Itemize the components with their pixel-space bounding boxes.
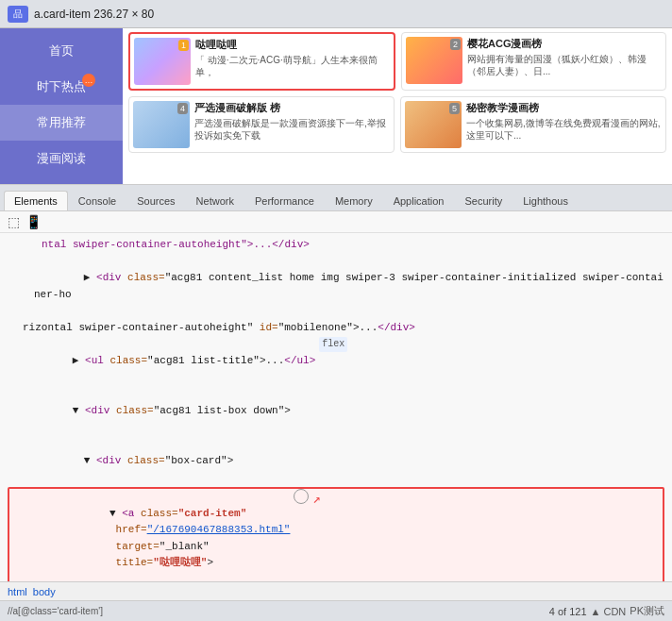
card-1[interactable]: 1 哒哩哒哩 「 动漫·二次元·ACG·萌导航」人生本来很简单， xyxy=(128,32,395,91)
devtools-tabs: Elements Console Sources Network Perform… xyxy=(0,185,672,211)
card-1-info: 哒哩哒哩 「 动漫·二次元·ACG·萌导航」人生本来很简单， xyxy=(191,38,390,78)
tab-performance[interactable]: Performance xyxy=(244,191,325,210)
code-line-3: ▶ <ul class="acg81 list-title">...</ul> … xyxy=(8,337,664,387)
card-4-badge: 4 xyxy=(177,103,188,114)
card-1-badge: 1 xyxy=(178,40,189,51)
tooltip-badge: 品 xyxy=(8,6,28,23)
sidebar-item-hot[interactable]: 时下热点 … xyxy=(0,69,123,105)
card-5-badge: 5 xyxy=(449,103,460,114)
status-right: 4 of 121 ▲ CDN PK测试 xyxy=(549,604,664,618)
code-area[interactable]: ntal swiper-container-autoheight">...</d… xyxy=(0,233,672,581)
card-2-thumb: 2 xyxy=(406,37,462,84)
card-4[interactable]: 4 严选漫画破解版 榜 严选漫画破解版是一款漫画资源接下一年,举报投诉如实免下载 xyxy=(128,96,395,153)
tab-network[interactable]: Network xyxy=(186,191,244,210)
sidebar: 首页 时下热点 … 常用推荐 漫画阅读 xyxy=(0,28,123,184)
code-line-6: ▼ <a class="card-item" href="/1676904678… xyxy=(9,489,663,581)
tab-application[interactable]: Application xyxy=(383,191,455,210)
card-2-badge: 2 xyxy=(450,39,461,50)
main-content: 1 哒哩哒哩 「 动漫·二次元·ACG·萌导航」人生本来很简单， 2 樱花ACG… xyxy=(123,28,672,184)
highlighted-block: ▼ <a class="card-item" href="/1676904678… xyxy=(8,487,664,581)
card-1-thumb: 1 xyxy=(134,38,191,85)
device-icon[interactable]: 📱 xyxy=(25,214,42,229)
card-1-desc: 「 动漫·二次元·ACG·萌导航」人生本来很简单， xyxy=(195,54,390,78)
code-line-2b: rizontal swiper-container-autoheight" id… xyxy=(8,320,664,337)
tooltip-bar: 品 a.card-item 236.27 × 80 xyxy=(0,0,672,28)
pk-btn[interactable]: PK测试 xyxy=(630,604,664,618)
sidebar-item-home[interactable]: 首页 xyxy=(0,33,123,69)
match-count: 4 of 121 xyxy=(549,606,587,617)
card-2-title: 樱花ACG漫画榜 xyxy=(467,37,662,51)
devtools-toolbar: ⬚ 📱 xyxy=(0,211,672,233)
status-bar: //a[@class='card-item'] 4 of 121 ▲ CDN P… xyxy=(0,600,672,621)
card-4-thumb: 4 xyxy=(133,101,190,148)
card-row-1: 1 哒哩哒哩 「 动漫·二次元·ACG·萌导航」人生本来很简单， 2 樱花ACG… xyxy=(128,32,666,91)
tab-sources[interactable]: Sources xyxy=(126,191,185,210)
code-line-2: ▶ <div class="acg81 content_list home im… xyxy=(8,254,664,320)
code-line-5: ▼ <div class="box-card"> xyxy=(8,436,664,486)
devtools-panel: Elements Console Sources Network Perform… xyxy=(0,184,672,621)
body-link[interactable]: body xyxy=(33,586,56,597)
card-2-desc: 网站拥有海量的国漫（狐妖小红娘）、韩漫（邻居人妻）、日... xyxy=(467,53,662,77)
tab-lighthouse[interactable]: Lighthous xyxy=(512,191,579,210)
css-selector: //a[@class='card-item'] xyxy=(8,606,103,616)
card-4-info: 严选漫画破解版 榜 严选漫画破解版是一款漫画资源接下一年,举报投诉如实免下载 xyxy=(190,101,390,142)
card-row-2: 4 严选漫画破解版 榜 严选漫画破解版是一款漫画资源接下一年,举报投诉如实免下载… xyxy=(128,96,666,153)
tab-memory[interactable]: Memory xyxy=(325,191,383,210)
cdn-btn[interactable]: ▲ CDN xyxy=(591,606,627,617)
tab-security[interactable]: Security xyxy=(454,191,512,210)
tooltip-text: a.card-item 236.27 × 80 xyxy=(34,8,154,21)
html-body-bar: html body xyxy=(0,581,672,600)
code-line-1: ntal swiper-container-autoheight">...</d… xyxy=(8,237,664,254)
website-preview: 首页 时下热点 … 常用推荐 漫画阅读 1 哒哩哒哩 xyxy=(0,28,672,184)
code-line-4: ▼ <div class="acg81 list-box down"> xyxy=(8,386,664,436)
html-link[interactable]: html xyxy=(8,586,27,597)
card-2-info: 樱花ACG漫画榜 网站拥有海量的国漫（狐妖小红娘）、韩漫（邻居人妻）、日... xyxy=(462,37,662,77)
sidebar-item-manga[interactable]: 漫画阅读 xyxy=(0,141,123,176)
card-5-thumb: 5 xyxy=(405,101,462,148)
inspect-icon[interactable]: ⬚ xyxy=(8,214,20,229)
card-1-title: 哒哩哒哩 xyxy=(195,38,390,52)
tab-console[interactable]: Console xyxy=(68,191,126,210)
hot-badge: … xyxy=(82,74,95,87)
card-5-info: 秘密教学漫画榜 一个收集网易,微博等在线免费观看漫画的网站,这里可以下... xyxy=(462,101,662,142)
card-5[interactable]: 5 秘密教学漫画榜 一个收集网易,微博等在线免费观看漫画的网站,这里可以下... xyxy=(400,96,666,153)
expand-btn[interactable] xyxy=(294,489,309,504)
card-5-desc: 一个收集网易,微博等在线免费观看漫画的网站,这里可以下... xyxy=(466,117,662,142)
card-4-desc: 严选漫画破解版是一款漫画资源接下一年,举报投诉如实免下载 xyxy=(194,117,390,142)
sidebar-item-recommend[interactable]: 常用推荐 xyxy=(0,105,123,141)
card-5-title: 秘密教学漫画榜 xyxy=(466,101,662,115)
card-2[interactable]: 2 樱花ACG漫画榜 网站拥有海量的国漫（狐妖小红娘）、韩漫（邻居人妻）、日..… xyxy=(401,32,666,91)
card-4-title: 严选漫画破解版 榜 xyxy=(194,101,390,115)
tab-elements[interactable]: Elements xyxy=(4,191,68,210)
